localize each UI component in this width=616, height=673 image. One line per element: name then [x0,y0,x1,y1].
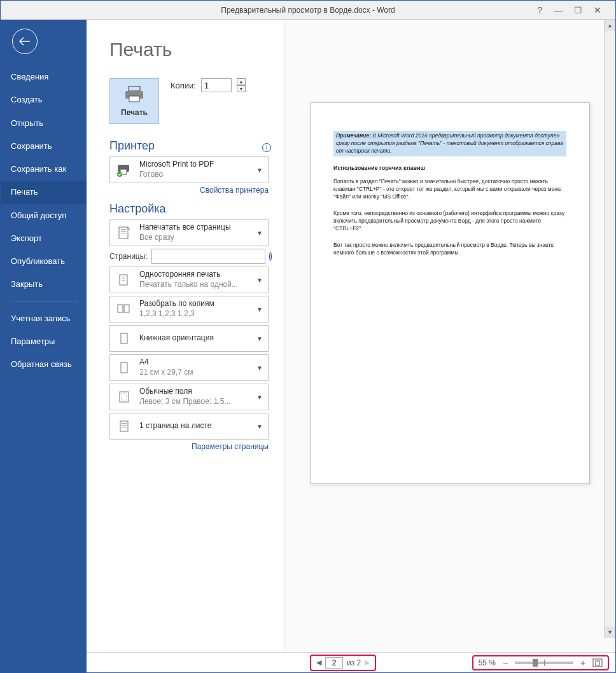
chevron-down-icon: ▼ [256,306,263,313]
vertical-scrollbar[interactable]: ▲ ▼ [604,20,615,638]
arrow-left-icon [19,37,31,46]
svg-point-6 [117,172,122,177]
preview-note: Примечание: В Microsoft Word 2016 предва… [333,131,566,156]
chevron-down-icon: ▼ [256,423,263,430]
print-button[interactable]: Печать [109,78,159,124]
sidebar-item-export[interactable]: Экспорт [1,227,87,250]
copies-spinner: ▲ ▼ [237,78,246,92]
svg-rect-17 [121,333,127,343]
window-title: Предварительный просмотр в Ворде.docx - … [1,6,615,15]
sidebar-item-saveas[interactable]: Сохранить как [1,158,87,181]
sidebar-item-options[interactable]: Параметры [1,330,87,353]
chevron-down-icon: ▼ [256,335,263,342]
pages-per-sheet-dropdown[interactable]: 1 страница на листе ▼ [109,413,269,440]
paper-icon [115,360,133,375]
paper-size-dropdown[interactable]: A4 21 см x 29,7 см ▼ [109,354,269,381]
sidebar-item-account[interactable]: Учетная запись [1,307,87,330]
svg-rect-13 [122,279,125,279]
zoom-to-fit-button[interactable] [592,658,603,667]
chevron-down-icon: ▼ [256,394,263,401]
settings-heading: Настройка [109,202,269,216]
sidebar-item-save[interactable]: Сохранить [1,135,87,158]
svg-point-3 [140,92,141,94]
pages-input[interactable] [151,249,265,264]
sidebar-item-new[interactable]: Создать [1,88,87,111]
printer-heading: Принтер i [109,139,269,153]
printer-status-icon [115,163,133,177]
help-button[interactable]: ? [537,5,542,15]
printer-properties-link[interactable]: Свойства принтера [109,186,269,195]
page-navigation: ◀ из 2 ▶ [310,655,376,671]
sidebar-item-close[interactable]: Закрыть [1,273,87,296]
scroll-down-button[interactable]: ▼ [605,627,615,638]
svg-rect-23 [122,425,127,426]
print-range-dropdown[interactable]: Напечатать все страницы Все сразу ▼ [109,219,269,246]
close-button[interactable]: ✕ [594,5,601,15]
zoom-slider[interactable] [515,662,573,664]
chevron-down-icon: ▼ [256,364,263,371]
orientation-dropdown[interactable]: Книжная ориентация ▼ [109,325,269,352]
printer-info-icon[interactable]: i [262,143,271,152]
svg-rect-14 [122,281,125,281]
page-setup-link[interactable]: Параметры страницы [109,442,269,451]
copies-up[interactable]: ▲ [237,78,246,85]
svg-rect-10 [121,233,126,233]
pages-label: Страницы: [109,252,148,261]
svg-rect-15 [118,305,123,312]
sidebar-item-info[interactable]: Сведения [1,66,87,88]
chevron-down-icon: ▼ [256,277,263,284]
print-preview-area: Примечание: В Microsoft Word 2016 предва… [284,20,615,652]
printer-icon [123,85,145,103]
svg-rect-22 [122,423,127,424]
back-button[interactable] [12,29,38,54]
maximize-button[interactable]: ☐ [574,5,582,15]
printer-dropdown[interactable]: Microsoft Print to PDF Готово ▼ [109,156,269,183]
minimize-button[interactable]: — [554,5,563,15]
sidebar-item-share[interactable]: Общий доступ [1,204,87,227]
current-page-input[interactable] [325,657,343,669]
pages-icon [115,225,133,240]
sheet-icon [115,419,133,434]
page-count-label: из 2 [347,658,361,667]
chevron-down-icon: ▼ [256,230,263,237]
copies-input[interactable] [201,78,232,92]
sidebar-separator [10,302,78,302]
printer-name: Microsoft Print to PDF [139,160,250,170]
zoom-level-label: 55 % [479,658,496,667]
zoom-controls: 55 % − + [472,655,609,670]
preview-p2: Кроме того, непосредственно из основного… [333,210,566,233]
backstage-sidebar: Сведения Создать Открыть Сохранить Сохра… [1,20,87,672]
portrait-icon [115,331,133,346]
collate-icon [115,302,133,317]
svg-rect-24 [122,427,127,427]
next-page-button[interactable]: ▶ [365,658,370,667]
scroll-up-button[interactable]: ▲ [605,20,615,31]
preview-p1: Попасть в раздел "Печать" можно и значит… [333,178,566,201]
sidebar-item-feedback[interactable]: Обратная связь [1,353,87,376]
svg-rect-18 [121,363,127,373]
window-controls: ? — ☐ ✕ [537,5,615,15]
margins-icon [115,389,133,405]
prev-page-button[interactable]: ◀ [316,658,321,667]
zoom-in-button[interactable]: + [578,658,587,668]
page-title: Печать [109,39,269,60]
pages-info-icon[interactable]: i [269,252,272,261]
preview-heading: Использование горячих клавиш [333,164,566,172]
single-side-icon [115,272,133,288]
svg-rect-12 [122,277,125,277]
sidebar-item-open[interactable]: Открыть [1,112,87,135]
margins-dropdown[interactable]: Обычные поля Левое: 3 см Правое: 1,5... … [109,384,269,410]
copies-label: Копии: [171,81,196,90]
svg-rect-9 [121,231,126,232]
sides-dropdown[interactable]: Односторонняя печать Печатать только на … [109,267,269,293]
svg-rect-26 [596,661,599,665]
zoom-out-button[interactable]: − [501,658,510,668]
title-bar: Предварительный просмотр в Ворде.docx - … [1,1,615,20]
copies-down[interactable]: ▼ [237,85,246,92]
sidebar-item-publish[interactable]: Опубликовать [1,250,87,273]
print-button-label: Печать [121,108,148,117]
svg-rect-16 [124,305,129,312]
svg-rect-2 [129,96,139,102]
collate-dropdown[interactable]: Разобрать по копиям 1,2,3 1,2,3 1,2,3 ▼ [109,296,269,323]
sidebar-item-print[interactable]: Печать [1,181,87,204]
